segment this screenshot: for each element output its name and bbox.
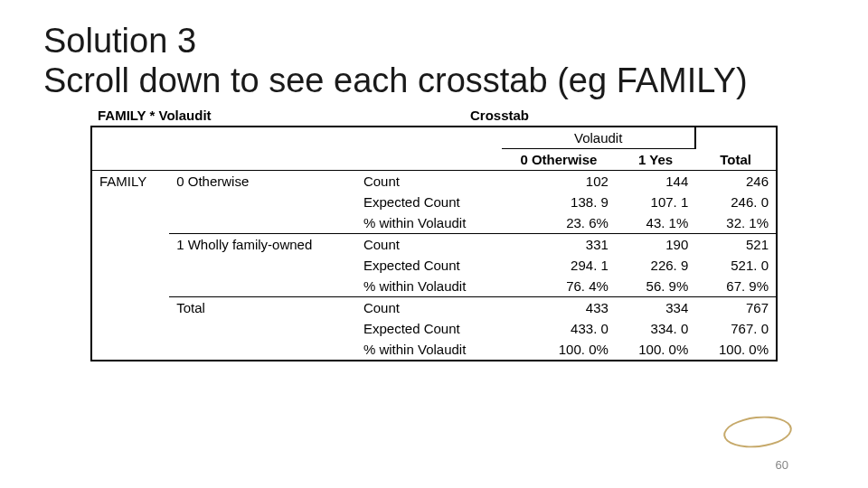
blank-header <box>91 127 356 149</box>
cell: 246 <box>695 171 777 192</box>
slide: Solution 3 Scroll down to see each cross… <box>0 0 868 488</box>
blank-header <box>356 149 502 171</box>
stat-count: Count <box>356 297 502 319</box>
stat-pct: % within Volaudit <box>356 339 502 361</box>
table-title-right: Crosstab <box>470 108 529 123</box>
crosstab-container: FAMILY * Volaudit Crosstab Volaudit 0 Ot… <box>90 126 778 361</box>
cell: 102 <box>502 171 616 192</box>
stat-expected: Expected Count <box>356 192 502 212</box>
cell: 107. 1 <box>616 192 695 212</box>
cell: 32. 1% <box>695 212 777 234</box>
row-category-total: Total <box>169 297 356 319</box>
stat-pct: % within Volaudit <box>356 212 502 234</box>
row-category-0: 0 Otherwise <box>169 171 356 192</box>
cell: 100. 0% <box>502 339 616 361</box>
stat-count: Count <box>356 234 502 256</box>
stat-count: Count <box>356 171 502 192</box>
highlight-ellipse-icon <box>722 413 793 451</box>
cell: 56. 9% <box>616 276 695 297</box>
cell: 144 <box>616 171 695 192</box>
col-header-0: 0 Otherwise <box>502 149 616 171</box>
cell: 246. 0 <box>695 192 777 212</box>
cell: 190 <box>616 234 695 256</box>
cell: 100. 0% <box>616 339 695 361</box>
blank-header <box>695 127 777 149</box>
stat-expected: Expected Count <box>356 318 502 339</box>
cell: 334 <box>616 297 695 319</box>
crosstab-table: Volaudit 0 Otherwise 1 Yes Total FAMILY … <box>90 126 778 361</box>
cell: 138. 9 <box>502 192 616 212</box>
page-number: 60 <box>776 458 788 472</box>
cell: 43. 1% <box>616 212 695 234</box>
cell: 767. 0 <box>695 318 777 339</box>
cell: 331 <box>502 234 616 256</box>
title-line-1: Solution 3 <box>43 22 196 60</box>
stat-pct: % within Volaudit <box>356 276 502 297</box>
title-line-2: Scroll down to see each crosstab (eg FAM… <box>43 61 748 99</box>
row-category-1: 1 Wholly family-owned <box>169 234 356 256</box>
cell: 294. 1 <box>502 255 616 276</box>
cell: 23. 6% <box>502 212 616 234</box>
col-header-total: Total <box>695 149 777 171</box>
row-variable: FAMILY <box>91 171 169 192</box>
cell: 226. 9 <box>616 255 695 276</box>
cell: 521. 0 <box>695 255 777 276</box>
column-spanner: Volaudit <box>502 127 695 149</box>
cell: 433. 0 <box>502 318 616 339</box>
cell: 76. 4% <box>502 276 616 297</box>
cell: 433 <box>502 297 616 319</box>
stat-expected: Expected Count <box>356 255 502 276</box>
cell-grand-total: 767 <box>695 297 777 319</box>
blank-header <box>91 149 356 171</box>
cell: 521 <box>695 234 777 256</box>
cell: 100. 0% <box>695 339 777 361</box>
blank-header <box>356 127 502 149</box>
cell: 334. 0 <box>616 318 695 339</box>
slide-title: Solution 3 Scroll down to see each cross… <box>43 22 825 100</box>
table-title-left: FAMILY * Volaudit <box>98 108 212 123</box>
cell: 67. 9% <box>695 276 777 297</box>
col-header-1: 1 Yes <box>616 149 695 171</box>
